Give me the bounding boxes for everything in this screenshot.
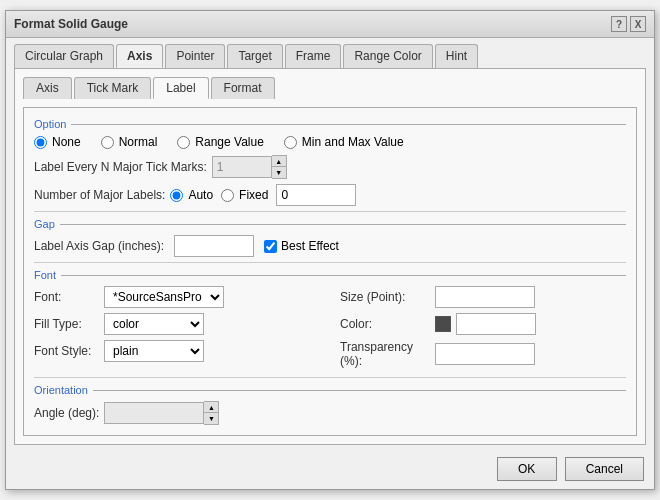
spinner-down[interactable]: ▼ [272, 167, 286, 178]
angle-spinner-up[interactable]: ▲ [204, 402, 218, 413]
size-input[interactable]: 9 [435, 286, 535, 308]
axis-gap-label: Label Axis Gap (inches): [34, 239, 164, 253]
tab-hint[interactable]: Hint [435, 44, 478, 68]
tab-frame[interactable]: Frame [285, 44, 342, 68]
font-style-select[interactable]: plain [104, 340, 204, 362]
best-effect-checkbox[interactable]: Best Effect [264, 239, 339, 253]
option-section-label: Option [34, 118, 626, 130]
font-left-col: Font: *SourceSansPro Fill Type: color Fo… [34, 286, 320, 373]
font-row: Font: *SourceSansPro [34, 286, 320, 308]
font-columns: Font: *SourceSansPro Fill Type: color Fo… [34, 286, 626, 373]
inner-tab-panel: Option None Normal Range Value Min and M… [23, 107, 637, 436]
label-every-label: Label Every N Major Tick Marks: [34, 160, 207, 174]
spinner-buttons: ▲ ▼ [272, 155, 287, 179]
close-button[interactable]: X [630, 16, 646, 32]
font-right-col: Size (Point): 9 Color: #4a4a4a Transpare… [340, 286, 626, 373]
tab-pointer[interactable]: Pointer [165, 44, 225, 68]
angle-spinner-buttons: ▲ ▼ [204, 401, 219, 425]
dialog-footer: OK Cancel [6, 451, 654, 489]
inner-tab-format[interactable]: Format [211, 77, 275, 99]
gap-row: Label Axis Gap (inches): 0.05 Best Effec… [34, 235, 626, 257]
angle-spinner-down[interactable]: ▼ [204, 413, 218, 424]
format-solid-gauge-dialog: Format Solid Gauge ? X Circular Graph Ax… [5, 10, 655, 490]
fill-type-select[interactable]: color [104, 313, 204, 335]
tab-target[interactable]: Target [227, 44, 282, 68]
angle-row: Angle (deg): 0 deg ▲ ▼ [34, 401, 626, 425]
size-row: Size (Point): 9 [340, 286, 626, 308]
inner-tab-axis[interactable]: Axis [23, 77, 72, 99]
angle-spinner[interactable]: 0 deg ▲ ▼ [104, 401, 219, 425]
font-style-row: Font Style: plain [34, 340, 320, 362]
num-major-label: Number of Major Labels: [34, 188, 165, 202]
gap-section-label: Gap [34, 218, 626, 230]
orientation-section-label: Orientation [34, 384, 626, 396]
radio-min-max[interactable]: Min and Max Value [284, 135, 404, 149]
size-label: Size (Point): [340, 290, 430, 304]
inner-tab-tick-mark[interactable]: Tick Mark [74, 77, 152, 99]
title-buttons: ? X [611, 16, 646, 32]
transparency-input[interactable]: 0 [435, 343, 535, 365]
radio-fixed[interactable]: Fixed [221, 188, 268, 202]
inner-tab-bar: Axis Tick Mark Label Format [23, 77, 637, 99]
tab-circular-graph[interactable]: Circular Graph [14, 44, 114, 68]
color-input[interactable]: #4a4a4a [456, 313, 536, 335]
fixed-value-input[interactable] [276, 184, 356, 206]
label-every-input[interactable] [212, 156, 272, 178]
label-every-row: Label Every N Major Tick Marks: ▲ ▼ [34, 155, 626, 179]
radio-none[interactable]: None [34, 135, 81, 149]
radio-range-value[interactable]: Range Value [177, 135, 264, 149]
main-content: Axis Tick Mark Label Format Option None … [14, 68, 646, 445]
label-every-spinner[interactable]: ▲ ▼ [212, 155, 287, 179]
font-select[interactable]: *SourceSansPro [104, 286, 224, 308]
inner-tab-label[interactable]: Label [153, 77, 208, 99]
angle-input[interactable]: 0 deg [104, 402, 204, 424]
radio-auto[interactable]: Auto [170, 188, 213, 202]
help-button[interactable]: ? [611, 16, 627, 32]
cancel-button[interactable]: Cancel [565, 457, 644, 481]
color-row: Color: #4a4a4a [340, 313, 626, 335]
transparency-row: Transparency (%): 0 [340, 340, 626, 368]
font-style-label: Font Style: [34, 344, 99, 358]
auto-fixed-row: Auto Fixed [170, 184, 356, 206]
color-swatch[interactable] [435, 316, 451, 332]
axis-gap-input[interactable]: 0.05 [174, 235, 254, 257]
option-radio-row: None Normal Range Value Min and Max Valu… [34, 135, 626, 149]
spinner-up[interactable]: ▲ [272, 156, 286, 167]
font-section-label: Font [34, 269, 626, 281]
transparency-label: Transparency (%): [340, 340, 430, 368]
tab-range-color[interactable]: Range Color [343, 44, 432, 68]
color-label: Color: [340, 317, 430, 331]
best-effect-label: Best Effect [281, 239, 339, 253]
fill-type-row: Fill Type: color [34, 313, 320, 335]
radio-normal[interactable]: Normal [101, 135, 158, 149]
outer-tab-bar: Circular Graph Axis Pointer Target Frame… [6, 38, 654, 68]
tab-axis[interactable]: Axis [116, 44, 163, 68]
dialog-title: Format Solid Gauge [14, 17, 128, 31]
font-label: Font: [34, 290, 99, 304]
fill-type-label: Fill Type: [34, 317, 99, 331]
num-major-row: Number of Major Labels: Auto Fixed [34, 184, 626, 206]
ok-button[interactable]: OK [497, 457, 557, 481]
dialog-titlebar: Format Solid Gauge ? X [6, 11, 654, 38]
angle-label: Angle (deg): [34, 406, 99, 420]
